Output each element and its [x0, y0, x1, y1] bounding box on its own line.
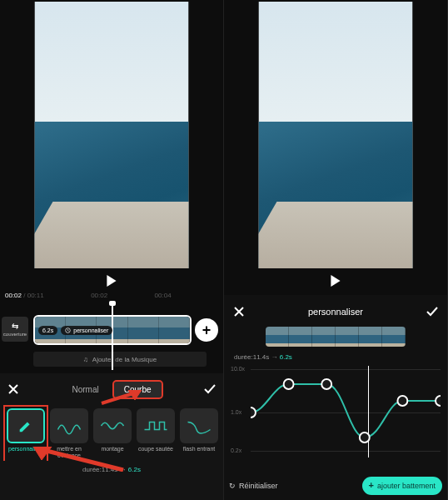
- wave-icon: [57, 417, 82, 435]
- video-preview[interactable]: [35, 2, 189, 268]
- annotation-arrow-icon: [33, 447, 125, 472]
- svg-line-1: [102, 393, 133, 403]
- total-time: 00:11: [27, 292, 44, 299]
- play-icon: [106, 275, 117, 287]
- wave-icon: [187, 417, 212, 435]
- wave-icon: [100, 417, 125, 435]
- y-tick-label: 0.2x: [231, 448, 241, 453]
- add-music-label: Ajouter de la Musique: [92, 356, 157, 363]
- preset-flash-entrant[interactable]: flash entrant: [180, 408, 218, 459]
- svg-point-6: [284, 379, 294, 389]
- swap-icon: ⇆: [12, 322, 18, 331]
- wave-icon: [143, 417, 168, 435]
- curve-editor-panel: personnaliser durée:11.4s → 6.2s 10.0x 1…: [224, 295, 447, 500]
- play-button[interactable]: [106, 275, 117, 289]
- plus-icon: +: [202, 322, 212, 339]
- svg-line-3: [43, 450, 123, 470]
- preset-coupe-sautee[interactable]: coupe sautée: [137, 408, 175, 459]
- curve-badge: personnaliser: [61, 326, 112, 335]
- time-mark: 00:02: [91, 292, 107, 303]
- edit-icon: [13, 417, 38, 435]
- cover-label: couverture: [3, 332, 27, 337]
- confirm-icon[interactable]: [426, 305, 439, 318]
- right-screenshot: personnaliser durée:11.4s → 6.2s 10.0x 1…: [224, 0, 448, 500]
- confirm-icon[interactable]: [203, 382, 217, 396]
- video-preview[interactable]: [259, 2, 413, 268]
- reset-button[interactable]: ↻ Réinitialiser: [229, 482, 278, 490]
- svg-point-5: [251, 408, 256, 418]
- svg-point-7: [321, 379, 331, 389]
- panel-title: personnaliser: [246, 307, 426, 317]
- music-note-icon: ♫: [83, 356, 88, 363]
- svg-point-10: [436, 396, 441, 406]
- clip-strip[interactable]: [266, 327, 406, 347]
- reset-label: Réinitialiser: [239, 482, 278, 490]
- close-icon[interactable]: [7, 382, 20, 396]
- duration-readout: durée:11.4s → 6.2s: [224, 350, 447, 362]
- y-tick-label: 10.0x: [231, 366, 245, 372]
- add-music-button[interactable]: ♫ Ajouter de la Musique: [33, 352, 207, 367]
- reset-icon: ↻: [229, 482, 236, 490]
- close-icon[interactable]: [232, 305, 246, 318]
- speed-badge: 6.2s: [38, 326, 57, 335]
- left-screenshot: 00:02 / 00:11 00:02 00:04 ⇆ couverture 6…: [0, 0, 224, 500]
- speed-curve-graph[interactable]: 10.0x 1.0x 0.2x: [231, 366, 441, 458]
- annotation-arrow-icon: [100, 390, 142, 407]
- cover-button[interactable]: ⇆ couverture: [2, 317, 28, 342]
- play-icon: [330, 275, 341, 287]
- playhead-indicator[interactable]: [112, 303, 113, 370]
- svg-point-8: [360, 432, 370, 442]
- clock-icon: [65, 328, 71, 333]
- speed-curve[interactable]: [251, 366, 441, 458]
- time-mark: 00:04: [155, 292, 172, 303]
- add-clip-button[interactable]: +: [195, 318, 218, 342]
- plus-icon: +: [369, 482, 374, 489]
- playhead-time: 00:02: [5, 292, 22, 299]
- svg-point-9: [397, 396, 407, 406]
- y-tick-label: 1.0x: [231, 409, 241, 415]
- add-beat-label: ajouter battement: [377, 482, 436, 490]
- add-beat-button[interactable]: + ajouter battement: [362, 477, 442, 495]
- play-button[interactable]: [330, 275, 341, 289]
